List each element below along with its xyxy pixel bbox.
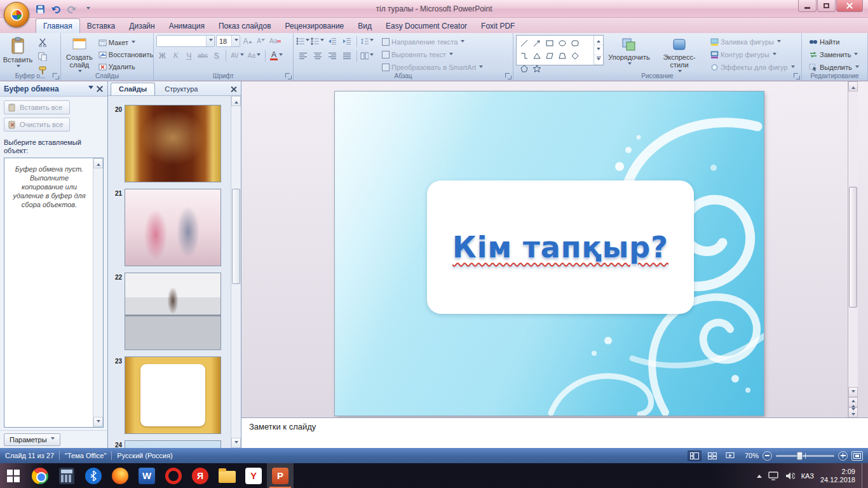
shape-rectangle-icon[interactable] [543, 37, 556, 50]
zoom-in-button[interactable] [838, 451, 848, 461]
shape-diamond-icon[interactable] [569, 50, 581, 62]
start-button[interactable] [0, 463, 27, 488]
slide-thumbnail-24[interactable] [125, 440, 221, 448]
shapes-gallery[interactable] [516, 35, 604, 65]
language-indicator[interactable]: Русский (Россия) [117, 452, 172, 459]
taskbar-yandex-browser-button[interactable]: Y [240, 463, 267, 488]
previous-slide-button[interactable] [848, 397, 858, 407]
align-center-button[interactable] [311, 50, 324, 62]
tab-slideshow[interactable]: Показ слайдов [212, 19, 278, 33]
shrink-font-button[interactable]: А [255, 35, 267, 47]
align-text-button[interactable]: Выровнять текст [380, 49, 485, 60]
layout-button[interactable]: Макет [97, 37, 155, 48]
strikethrough-button[interactable]: abc [196, 50, 209, 62]
taskbar-calculator-button[interactable] [53, 463, 80, 488]
next-slide-button[interactable] [848, 407, 858, 417]
quick-styles-button[interactable]: Экспресс-стили [654, 35, 704, 75]
taskbar-clock[interactable]: 2:09 24.12.2018 [820, 468, 855, 484]
shape-arrow-icon[interactable] [531, 37, 543, 50]
close-button[interactable] [836, 0, 863, 12]
font-name-combo[interactable] [156, 35, 215, 47]
shape-fill-button[interactable]: Заливка фигуры [709, 36, 797, 48]
font-dialog-launcher[interactable] [285, 72, 292, 79]
slide-thumbnail-23[interactable] [125, 356, 221, 434]
slide-title-text[interactable]: Кім тапқыр? [452, 230, 668, 264]
scrollbar-thumb[interactable] [849, 187, 857, 308]
shape-parallelogram-icon[interactable] [543, 50, 556, 62]
clear-formatting-button[interactable]: Аа [268, 35, 283, 47]
tab-design[interactable]: Дизайн [122, 19, 161, 33]
drawing-dialog-launcher[interactable] [793, 72, 800, 79]
reset-slide-button[interactable]: Восстановить [97, 49, 155, 60]
maximize-button[interactable] [817, 0, 836, 12]
arrange-button[interactable]: Упорядочить [608, 35, 650, 75]
shapes-scroll-up-button[interactable] [594, 36, 603, 45]
paste-button[interactable]: Вставить [3, 35, 33, 76]
slideshow-view-button[interactable] [723, 451, 737, 461]
underline-button[interactable]: Ч [183, 50, 195, 62]
slides-panel-scrollbar[interactable] [231, 96, 241, 448]
tab-foxit-pdf[interactable]: Foxit PDF [474, 19, 522, 33]
taskbar-powerpoint-button[interactable]: P [267, 463, 294, 488]
copy-button[interactable] [36, 50, 49, 62]
slide-canvas[interactable]: Кім тапқыр? [335, 92, 764, 416]
clipboard-scrollbar[interactable] [93, 158, 103, 427]
taskbar-chrome-button[interactable] [27, 463, 53, 488]
slide-title-placeholder[interactable]: Кім тапқыр? [427, 180, 694, 314]
decrease-indent-button[interactable] [325, 35, 339, 47]
close-slides-panel-icon[interactable] [230, 86, 237, 93]
tab-animation[interactable]: Анимация [162, 19, 212, 33]
minimize-button[interactable] [798, 0, 817, 12]
clipboard-dialog-launcher[interactable] [52, 72, 59, 79]
shape-line-icon[interactable] [518, 37, 531, 50]
grow-font-button[interactable]: А [241, 35, 254, 47]
paragraph-dialog-launcher[interactable] [505, 72, 512, 79]
increase-indent-button[interactable] [340, 35, 353, 47]
notes-placeholder[interactable]: Заметки к слайду [249, 422, 316, 431]
clear-all-button[interactable]: Очистить все [4, 118, 70, 132]
zoom-slider[interactable] [776, 455, 834, 457]
volume-tray-icon[interactable] [785, 471, 795, 480]
show-desktop-button[interactable] [862, 463, 865, 488]
chevron-down-icon[interactable] [88, 86, 93, 92]
columns-button[interactable] [360, 50, 374, 62]
shapes-more-button[interactable] [594, 55, 603, 65]
redo-button[interactable] [65, 3, 79, 15]
scroll-up-icon[interactable] [231, 96, 241, 106]
shape-elbow-icon[interactable] [518, 50, 531, 62]
shape-trapezoid-icon[interactable] [556, 50, 569, 62]
scroll-down-icon[interactable] [231, 438, 241, 448]
shapes-scroll-down-button[interactable] [594, 45, 603, 55]
normal-view-button[interactable] [688, 451, 702, 461]
justify-button[interactable] [340, 50, 353, 62]
editor-vertical-scrollbar[interactable] [848, 81, 858, 417]
align-right-button[interactable] [325, 50, 339, 62]
scroll-down-icon[interactable] [93, 417, 103, 427]
taskbar-bluetooth-button[interactable] [80, 463, 107, 488]
taskbar-yandex-button[interactable]: Я [187, 463, 214, 488]
bold-button[interactable]: Ж [156, 50, 168, 62]
tab-insert[interactable]: Вставка [80, 19, 123, 33]
replace-button[interactable]: Заменить [807, 49, 865, 60]
align-left-button[interactable] [296, 50, 309, 62]
slide-thumbnail-20[interactable] [125, 105, 221, 182]
bullets-button[interactable] [296, 35, 309, 47]
font-color-button[interactable]: А [269, 50, 284, 62]
text-shadow-button[interactable]: S [210, 50, 222, 62]
find-button[interactable]: Найти [807, 36, 865, 48]
new-slide-button[interactable]: Создать слайд [64, 35, 95, 75]
office-button[interactable] [4, 2, 29, 27]
character-spacing-button[interactable]: AV [229, 50, 245, 62]
taskbar-explorer-button[interactable] [214, 463, 240, 488]
hidden-icons-button[interactable] [757, 472, 762, 480]
shape-outline-button[interactable]: Контур фигуры [709, 49, 797, 60]
scrollbar-thumb[interactable] [232, 189, 240, 284]
tab-home[interactable]: Главная [36, 18, 80, 33]
taskbar-word-button[interactable]: W [133, 463, 160, 488]
theme-name[interactable]: "Тема Office" [65, 452, 106, 459]
slide-thumbnail-21[interactable] [125, 189, 221, 266]
cut-button[interactable] [36, 36, 49, 48]
save-button[interactable] [33, 3, 47, 15]
shape-triangle-icon[interactable] [531, 50, 543, 62]
taskbar-firefox-button[interactable] [107, 463, 133, 488]
